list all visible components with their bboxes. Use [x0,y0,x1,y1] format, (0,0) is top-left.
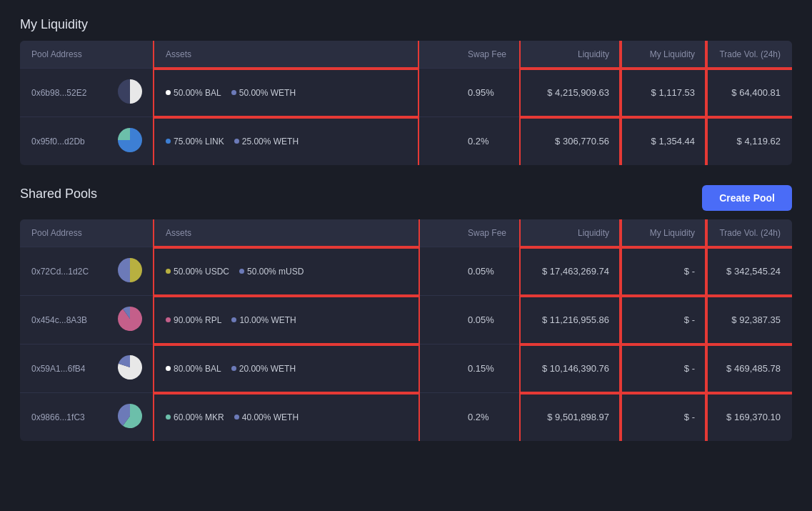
shared-pools-section: Shared Pools Create Pool Pool Address As… [20,185,792,441]
table-row[interactable]: 0x72Cd...1d2C 50.00% USDC 50.00% mUSD 0.… [20,247,792,296]
table-row[interactable]: 0x95f0...d2Db 75.00% LINK 25.00% WETH 0.… [20,117,792,166]
asset-label: 10.00% WETH [231,315,296,325]
asset-dot [231,90,236,95]
asset-label: 80.00% BAL [166,364,221,374]
spacer [418,247,456,296]
asset-dot [234,415,239,420]
pie-chart [106,69,154,117]
sp-col-header-swapfee: Swap Fee [456,219,521,247]
shared-pools-header-row: Pool Address Assets Swap Fee Liquidity M… [20,219,792,247]
shared-pools-title: Shared Pools [20,187,97,202]
trade-vol: $ 4,119.62 [706,117,792,166]
swap-fee: 0.2% [456,117,521,166]
trade-vol: $ 92,387.35 [706,296,792,344]
my-liquidity-value: $ 1,354.44 [621,117,706,166]
asset-pct: 75.00% LINK [174,137,224,147]
create-pool-button[interactable]: Create Pool [702,185,792,211]
sp-col-header-pool-address: Pool Address [20,219,106,247]
pool-address: 0x72Cd...1d2C [20,247,106,296]
spacer [418,117,456,166]
asset-pct: 50.00% USDC [174,267,229,277]
asset-pct: 20.00% WETH [239,364,296,374]
asset-pct: 80.00% BAL [174,364,221,374]
sp-col-header-spacer [418,219,456,247]
asset-pct: 25.00% WETH [242,137,299,147]
pool-address: 0x9866...1fC3 [20,393,106,442]
my-liquidity-value: $ - [621,247,706,296]
asset-label: 90.00% RPL [166,315,221,325]
asset-label: 50.00% BAL [166,88,221,98]
asset-pct: 50.00% WETH [239,88,296,98]
asset-pct: 90.00% RPL [174,315,221,325]
col-header-spacer [418,41,456,69]
sp-col-header-trade-vol: Trade Vol. (24h) [706,219,792,247]
spacer [418,344,456,393]
table-row[interactable]: 0x454c...8A3B 90.00% RPL 10.00% WETH 0.0… [20,296,792,344]
shared-pools-header: Shared Pools Create Pool [20,185,792,211]
asset-pct: 60.00% MKR [174,412,224,422]
asset-label: 75.00% LINK [166,137,224,147]
asset-label: 20.00% WETH [231,364,296,374]
col-header-pie [106,41,154,69]
shared-pools-table-wrapper: Pool Address Assets Swap Fee Liquidity M… [20,219,792,441]
asset-dot [239,269,244,274]
my-liquidity-table: Pool Address Assets Swap Fee Liquidity M… [20,41,792,165]
asset-label: 40.00% WETH [234,412,299,422]
asset-labels: 60.00% MKR 40.00% WETH [154,393,418,442]
col-header-trade-vol: Trade Vol. (24h) [706,41,792,69]
asset-pct: 40.00% WETH [242,412,299,422]
spacer [418,69,456,117]
asset-label: 50.00% USDC [166,267,229,277]
my-liquidity-value: $ - [621,296,706,344]
my-liquidity-value: $ - [621,344,706,393]
swap-fee: 0.05% [456,296,521,344]
asset-dot [166,90,171,95]
swap-fee: 0.2% [456,393,521,442]
asset-label: 50.00% mUSD [239,267,304,277]
asset-dot [234,139,239,144]
sp-col-header-pie [106,219,154,247]
asset-labels: 75.00% LINK 25.00% WETH [154,117,418,166]
trade-vol: $ 342,545.24 [706,247,792,296]
asset-labels: 80.00% BAL 20.00% WETH [154,344,418,393]
sp-col-header-my-liquidity: My Liquidity [621,219,706,247]
sp-col-header-liquidity: Liquidity [521,219,621,247]
asset-dot [166,366,171,371]
asset-dot [166,139,171,144]
my-liquidity-table-wrapper: Pool Address Assets Swap Fee Liquidity M… [20,41,792,165]
swap-fee: 0.05% [456,247,521,296]
trade-vol: $ 469,485.78 [706,344,792,393]
pool-address: 0x454c...8A3B [20,296,106,344]
swap-fee: 0.15% [456,344,521,393]
liquidity: $ 11,216,955.86 [521,296,621,344]
table-row[interactable]: 0x9866...1fC3 60.00% MKR 40.00% WETH 0.2… [20,393,792,442]
liquidity: $ 9,501,898.97 [521,393,621,442]
my-liquidity-header-row: Pool Address Assets Swap Fee Liquidity M… [20,41,792,69]
my-liquidity-title: My Liquidity [20,17,792,32]
asset-dot [166,415,171,420]
trade-vol: $ 169,370.10 [706,393,792,442]
trade-vol: $ 64,400.81 [706,69,792,117]
col-header-assets: Assets [154,41,418,69]
col-header-liquidity: Liquidity [521,41,621,69]
asset-labels: 50.00% USDC 50.00% mUSD [154,247,418,296]
asset-label: 50.00% WETH [231,88,296,98]
my-liquidity-value: $ 1,117.53 [621,69,706,117]
my-liquidity-value: $ - [621,393,706,442]
pie-chart [106,117,154,166]
asset-label: 60.00% MKR [166,412,224,422]
table-row[interactable]: 0x6b98...52E2 50.00% BAL 50.00% WETH 0.9… [20,69,792,117]
asset-dot [231,366,236,371]
asset-pct: 50.00% mUSD [247,267,304,277]
table-row[interactable]: 0x59A1...6fB4 80.00% BAL 20.00% WETH 0.1… [20,344,792,393]
liquidity: $ 17,463,269.74 [521,247,621,296]
asset-pct: 10.00% WETH [239,315,296,325]
pie-chart [106,296,154,344]
shared-pools-body: 0x72Cd...1d2C 50.00% USDC 50.00% mUSD 0.… [20,247,792,442]
asset-dot [231,317,236,322]
swap-fee: 0.95% [456,69,521,117]
pool-address: 0x95f0...d2Db [20,117,106,166]
pool-address: 0x59A1...6fB4 [20,344,106,393]
col-header-swapfee: Swap Fee [456,41,521,69]
sp-col-header-assets: Assets [154,219,418,247]
